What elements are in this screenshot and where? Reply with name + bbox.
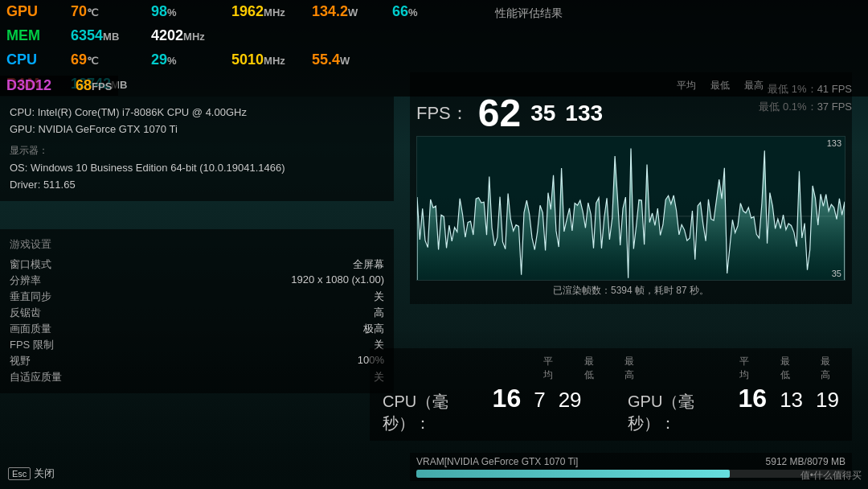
fps-col-max-label: 最高 (744, 79, 764, 92)
vram-usage-text: 5912 MB/8079 MB (766, 456, 845, 467)
settings-key: FPS 限制 (10, 338, 54, 352)
vram-panel: VRAM[NVIDIA GeForce GTX 1070 Ti] 5912 MB… (410, 453, 852, 481)
esc-key[interactable]: Esc (8, 467, 31, 480)
cpu-info: CPU: Intel(R) Core(TM) i7-8086K CPU @ 4.… (10, 105, 384, 121)
hud-d3d-row: D3D12 68FPS (0, 76, 118, 96)
vram-bar-fill (416, 470, 730, 478)
hud-gpu-power: 134.2W (312, 3, 376, 20)
vram-title-row: VRAM[NVIDIA GeForce GTX 1070 Ti] 5912 MB… (416, 456, 845, 467)
settings-key: 反锯齿 (10, 306, 41, 320)
perf-rating-label: 性能评估结果 (495, 6, 563, 21)
settings-val: 关 (374, 290, 384, 304)
hud-mem-row: MEM 6354MB 4202MHz (6, 27, 862, 51)
game-settings-panel: 游戏设置 窗口模式全屏幕分辨率1920 x 1080 (x1.00)垂直同步关反… (0, 229, 394, 393)
settings-val: 极高 (363, 322, 384, 336)
chart-footer: 已渲染帧数：5394 帧，耗时 87 秒。 (416, 284, 845, 298)
settings-row: 视野100% (10, 353, 384, 369)
timing-panel: 平均 最低 最高 平均 最低 最高 CPU（毫秒）： 16 7 29 GPU（毫… (370, 348, 852, 441)
gpu-timing-min: 13 (780, 388, 803, 413)
timing-col-avg1: 平均 (543, 355, 562, 382)
settings-key: 视野 (10, 354, 31, 368)
fps-col-min-label: 最低 (710, 79, 730, 92)
fps-max-value: 133 (565, 101, 603, 126)
hud-mem-label: MEM (6, 27, 71, 44)
settings-row: 分辨率1920 x 1080 (x1.00) (10, 273, 384, 289)
close-label: 关闭 (34, 467, 55, 479)
fps-min-value: 35 (530, 101, 555, 126)
settings-val: 高 (374, 306, 384, 320)
driver-info: Driver: 511.65 (10, 177, 384, 194)
chart-label-top: 133 (827, 138, 841, 148)
hud-cpu-temp: 69℃ (71, 51, 135, 68)
hud-gpu-usage: 98% (151, 3, 215, 20)
timing-col-min2: 最低 (780, 355, 799, 382)
fps-col-avg-label: 平均 (677, 79, 696, 92)
settings-rows: 窗口模式全屏幕分辨率1920 x 1080 (x1.00)垂直同步关反锯齿高画面… (10, 257, 384, 385)
hud-d3d-label: D3D12 (6, 77, 71, 94)
cpu-timing-min: 7 (534, 388, 545, 413)
hud-cpu-label: CPU (6, 51, 71, 68)
hud-gpu-clock: 1962MHz (231, 3, 296, 20)
settings-val: 全屏幕 (353, 257, 384, 272)
gpu-timing-max: 19 (816, 388, 839, 413)
gpu-info: GPU: NVIDIA GeForce GTX 1070 Ti (10, 121, 384, 138)
fps-panel: 平均 最低 最高 FPS： 62 35 133 133 35 已渲染帧数：539… (410, 72, 852, 304)
settings-key: 分辨率 (10, 273, 41, 288)
timing-col-max2: 最高 (821, 355, 839, 382)
gpu-timing-avg: 16 (739, 384, 768, 413)
os-info: OS: Windows 10 Business Edition 64-bit (… (10, 160, 384, 177)
hud-gpu-label: GPU (6, 3, 71, 20)
fps-chart: 133 35 (416, 136, 845, 281)
settings-title: 游戏设置 (10, 237, 384, 252)
settings-row: 自适应质量关 (10, 369, 384, 385)
settings-row: 画面质量极高 (10, 321, 384, 337)
hud-cpu-power: 55.4W (312, 51, 376, 68)
settings-key: 窗口模式 (10, 257, 51, 272)
hud-gpu-vram: 66% (392, 3, 457, 20)
settings-row: 垂直同步关 (10, 289, 384, 305)
fps-label: FPS： (416, 101, 469, 125)
hud-cpu-usage: 29% (151, 51, 215, 68)
hud-mem-clock: 4202MHz (151, 27, 215, 44)
hud-gpu-row: GPU 70℃ 98% 1962MHz 134.2W 66% 性能评估结果 (6, 3, 862, 27)
settings-row: 窗口模式全屏幕 (10, 257, 384, 273)
esc-close-button[interactable]: Esc 关闭 (8, 466, 55, 481)
cpu-timing-label: CPU（毫秒）： (383, 391, 480, 434)
fps-avg-value: 62 (478, 94, 521, 133)
settings-key: 自适应质量 (10, 370, 62, 384)
timing-col-avg2: 平均 (739, 355, 758, 382)
display-title: 显示器： (10, 143, 384, 158)
timing-col-min1: 最低 (584, 355, 603, 382)
settings-row: FPS 限制关 (10, 337, 384, 353)
settings-key: 垂直同步 (10, 290, 51, 304)
vram-bar-background (416, 470, 845, 478)
gpu-timing-label: GPU（毫秒）： (628, 391, 726, 434)
system-info-panel: CPU: Intel(R) Core(TM) i7-8086K CPU @ 4.… (0, 97, 394, 201)
hud-gpu-temp: 70℃ (71, 3, 135, 20)
vram-title-text: VRAM[NVIDIA GeForce GTX 1070 Ti] (416, 456, 578, 467)
cpu-timing-avg: 16 (493, 384, 522, 413)
hud-d3d-fps: 68FPS (76, 77, 112, 94)
timing-col-max1: 最高 (624, 355, 643, 382)
settings-key: 画面质量 (10, 322, 51, 336)
fps-chart-svg (417, 137, 845, 280)
chart-label-bot: 35 (832, 269, 841, 278)
cpu-timing-max: 29 (559, 388, 582, 413)
settings-val: 1920 x 1080 (x1.00) (291, 273, 384, 288)
watermark: 值•什么值得买 (800, 469, 862, 483)
hud-cpu-clock: 5010MHz (231, 51, 296, 68)
settings-row: 反锯齿高 (10, 305, 384, 321)
hud-mem-size: 6354MB (71, 27, 135, 44)
